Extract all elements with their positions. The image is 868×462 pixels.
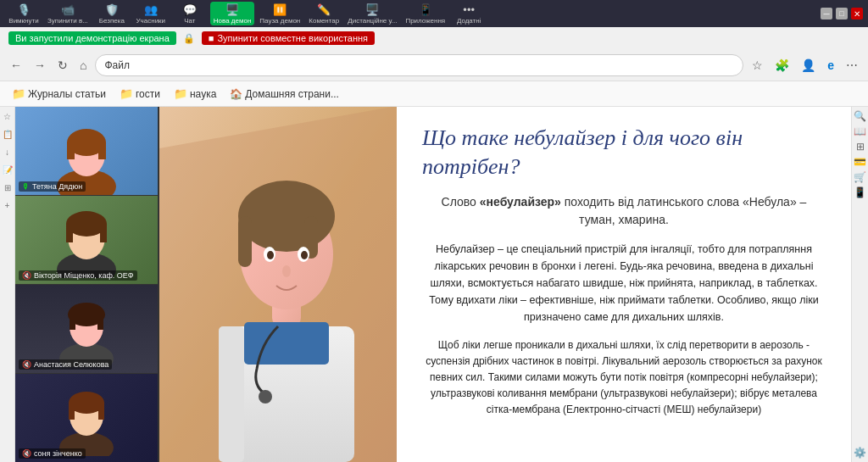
settings-button[interactable]: ⋯ [843, 57, 861, 74]
mic-status-4: 🔇 [22, 449, 31, 458]
svg-rect-19 [98, 403, 104, 420]
video-tile-2: 🔇 Вікторія Міщенко, каф. ОЕФ [15, 196, 158, 285]
mic-status-3: 🔇 [22, 360, 31, 369]
slide-body-2: Щоб ліки легше проникали в дихальні шлях… [422, 337, 826, 419]
participant-name-3: 🔇 Анастасия Селюкова [19, 359, 112, 370]
sidebar-collections-right[interactable]: ⊞ [856, 141, 865, 153]
browser-address-bar: ← → ↻ ⌂ ☆ 🧩 👤 e ⋯ [0, 49, 868, 81]
security-button[interactable]: 🛡️ Безпека [93, 2, 131, 25]
bookmark-home[interactable]: 🏠 Домашняя страни... [225, 86, 344, 102]
slide-subtitle: Слово «небулайзер» походить від латинськ… [422, 193, 826, 229]
video-tile-4: 🔇 соня зінченко [15, 374, 158, 462]
bookmark-star-button[interactable]: ☆ [748, 57, 766, 74]
participants-button[interactable]: 👥 Учасники [132, 2, 170, 25]
svg-rect-26 [238, 216, 252, 267]
profile-button[interactable]: 👤 [798, 57, 819, 74]
comment-button[interactable]: ✏️ Коментар [305, 2, 342, 25]
participant-avatar-4 [48, 380, 125, 456]
bookmark-science[interactable]: 📁 наука [169, 86, 221, 102]
toolbar-top: 🎙️ Вимкнути 📹 Зупинити в... 🛡️ Безпека 👥… [0, 0, 868, 27]
doctor-illustration [159, 107, 397, 462]
video-tile-3: 🔇 Анастасия Селюкова [15, 285, 158, 374]
sidebar-more[interactable]: + [3, 199, 12, 212]
back-button[interactable]: ← [7, 57, 25, 74]
sidebar-favorites[interactable]: ☆ [2, 110, 13, 123]
sidebar-apps-right[interactable]: 📱 [854, 186, 866, 198]
sidebar-reading-list[interactable]: 📖 [854, 125, 866, 137]
extension-button[interactable]: 🧩 [771, 57, 793, 74]
forward-button[interactable]: → [31, 57, 49, 74]
home-button[interactable]: ⌂ [76, 57, 90, 74]
video-panel: ▬ ⊞ [15, 107, 159, 462]
slide-text: Що таке небулайзер і для чого він потріб… [397, 107, 851, 462]
slide-photo [159, 107, 397, 462]
main-content: ☆ 📋 ↓ 📝 ⊞ + ▬ ⊞ [0, 107, 868, 462]
maximize-button[interactable]: □ [836, 8, 848, 19]
sidebar-shopping[interactable]: 🛒 [854, 171, 866, 183]
browser-right-sidebar: 🔍 📖 ⊞ 💳 🛒 📱 ⚙️ [851, 107, 868, 462]
mic-button[interactable]: 🎙️ Вимкнути [5, 2, 42, 25]
bookmark-science-label: наука [190, 88, 216, 100]
apps-button[interactable]: 📱 Приложення [402, 2, 448, 25]
sidebar-history[interactable]: 📋 [1, 128, 14, 141]
notification-bar: Ви запустили демонстрацію екрана 🔒 ■ Зуп… [0, 27, 868, 49]
svg-rect-9 [100, 224, 107, 242]
svg-rect-4 [98, 142, 106, 159]
bookmark-journals[interactable]: 📁 Журналы статьи [7, 86, 111, 102]
remote-icon: 🖥️ [365, 3, 379, 16]
sidebar-settings[interactable]: ⚙️ [854, 447, 866, 459]
address-input[interactable] [95, 54, 743, 76]
sidebar-search[interactable]: 🔍 [854, 110, 866, 122]
svg-rect-35 [244, 322, 329, 365]
chat-button[interactable]: 💬 Чат [171, 2, 209, 25]
svg-rect-34 [219, 326, 244, 462]
bookmark-guests-label: гости [136, 88, 160, 100]
edge-icon[interactable]: e [824, 57, 837, 74]
close-button[interactable]: ✕ [851, 8, 863, 19]
svg-point-32 [282, 265, 291, 277]
svg-rect-13 [70, 314, 75, 330]
sidebar-notes[interactable]: 📝 [1, 164, 14, 176]
mic-label: Вимкнути [8, 17, 38, 25]
reload-button[interactable]: ↻ [54, 57, 71, 74]
folder-icon-2: 📁 [120, 87, 133, 100]
video-label: Зупинити в... [47, 17, 88, 25]
remote-button[interactable]: 🖥️ Дистанційне у... [344, 2, 400, 25]
lock-icon: 🔒 [183, 33, 195, 44]
more-icon: ••• [463, 3, 475, 16]
sidebar-downloads[interactable]: ↓ [3, 146, 11, 159]
pause-demo-button[interactable]: ⏸️ Пауза демон [256, 2, 303, 25]
new-demo-button[interactable]: 🖥️ Нова демон [210, 2, 255, 25]
security-label: Безпека [99, 17, 125, 25]
bookmark-guests[interactable]: 📁 гости [114, 86, 165, 102]
svg-rect-14 [97, 314, 103, 330]
comment-icon: ✏️ [317, 3, 331, 16]
more-button[interactable]: ••• Додатні [450, 2, 487, 25]
svg-rect-8 [66, 224, 73, 242]
participants-label: Учасники [136, 17, 166, 25]
svg-point-25 [238, 181, 335, 252]
video-button[interactable]: 📹 Зупинити в... [44, 2, 92, 25]
slide-photo-inner [159, 107, 397, 462]
mic-status-1: 🎙 [22, 182, 30, 191]
bookmarks-bar: 📁 Журналы статьи 📁 гости 📁 наука 🏠 Домаш… [0, 81, 868, 107]
chat-label: Чат [184, 17, 195, 25]
slide-content: Що таке небулайзер і для чого він потріб… [159, 107, 851, 462]
sidebar-collections[interactable]: ⊞ [3, 181, 13, 194]
svg-point-31 [301, 251, 308, 259]
security-icon: 🛡️ [105, 3, 119, 16]
minimize-button[interactable]: ─ [821, 8, 832, 19]
chat-icon: 💬 [183, 3, 197, 16]
folder-icon-3: 📁 [174, 87, 187, 100]
participant-avatar-3 [48, 291, 125, 367]
stop-icon: ■ [209, 33, 214, 43]
remote-label: Дистанційне у... [348, 17, 397, 25]
comment-label: Коментар [309, 17, 339, 25]
stop-sharing-button[interactable]: ■ Зупинити совместне використання [202, 31, 375, 45]
participant-avatar-2 [44, 202, 129, 278]
sidebar-wallet[interactable]: 💳 [854, 156, 866, 168]
participants-icon: 👥 [144, 3, 158, 16]
svg-point-36 [259, 390, 272, 404]
new-demo-label: Нова демон [214, 17, 252, 25]
participant-name-4: 🔇 соня зінченко [19, 448, 86, 459]
